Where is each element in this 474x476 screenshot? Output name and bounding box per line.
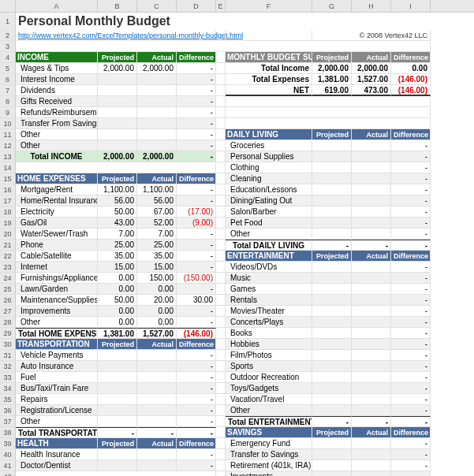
row-num-24[interactable]: 24 [0,273,16,284]
row-num-41[interactable]: 41 [0,460,16,471]
row-num-1[interactable]: 1 [0,13,16,30]
line-item[interactable]: Wages & Tips [16,63,98,74]
line-item[interactable]: Clothing [226,162,312,173]
line-item[interactable]: Improvements [16,306,98,317]
row-num-31[interactable]: 31 [0,350,16,361]
line-item[interactable]: Health Insurance [16,449,98,460]
row-num-16[interactable]: 16 [0,184,16,195]
line-item[interactable]: Doctor/Dentist [16,460,98,471]
row-num-32[interactable]: 32 [0,361,16,372]
row-num-39[interactable]: 39 [0,438,16,449]
row-num-33[interactable]: 33 [0,372,16,383]
line-item[interactable]: Gifts Received [16,96,98,107]
col-f[interactable]: F [226,0,312,12]
line-item[interactable]: Dining/Eating Out [226,195,312,206]
line-item[interactable]: Film/Photos [226,350,312,361]
col-e[interactable]: E [216,0,226,12]
page-title[interactable]: Personal Monthly Budget [16,13,170,30]
line-item[interactable]: Investments [226,471,312,476]
line-item[interactable]: Water/Sewer/Trash [16,229,98,240]
row-num-26[interactable]: 26 [0,295,16,306]
line-item[interactable]: Gas/Oil [16,218,98,229]
line-item[interactable]: Furnishings/Appliances [16,273,98,284]
line-item[interactable]: Rentals [226,295,312,306]
row-num-14[interactable]: 14 [0,162,16,173]
row-num-20[interactable]: 20 [0,229,16,240]
col-d[interactable]: D [177,0,216,12]
line-item[interactable]: Retirement (401k, IRA) [226,460,312,471]
source-link[interactable]: http://www.vertex42.com/ExcelTemplates/p… [16,30,216,41]
col-g[interactable]: G [312,0,352,12]
line-item[interactable]: Vehicle Payments [16,350,98,361]
row-num-5[interactable]: 5 [0,63,16,74]
row-num-9[interactable]: 9 [0,107,16,118]
row-num-27[interactable]: 27 [0,306,16,317]
line-item[interactable]: Games [226,284,312,295]
row-num-23[interactable]: 23 [0,262,16,273]
row-num-36[interactable]: 36 [0,405,16,416]
col-a[interactable]: A [16,0,98,12]
row-num-18[interactable]: 18 [0,206,16,218]
row-num-12[interactable]: 12 [0,140,16,151]
line-item[interactable]: Cleaning [226,173,312,184]
row-num-17[interactable]: 17 [0,195,16,206]
row-num-25[interactable]: 25 [0,284,16,295]
line-item[interactable]: Electricity [16,206,98,218]
line-item[interactable]: Cable/Satellite [16,251,98,262]
row-num-19[interactable]: 19 [0,218,16,229]
line-item[interactable]: Mortgage/Rent [16,184,98,195]
row-num-8[interactable]: 8 [0,96,16,107]
line-item[interactable]: Transfer From Savings [16,118,98,129]
row-num-29[interactable]: 29 [0,328,16,339]
line-item[interactable]: Sports [226,361,312,372]
row-num-22[interactable]: 22 [0,251,16,262]
line-item[interactable]: Concerts/Plays [226,317,312,328]
line-item[interactable]: Other [16,140,98,151]
row-num-15[interactable]: 15 [0,173,16,184]
row-num-7[interactable]: 7 [0,85,16,96]
line-item[interactable]: Lawn/Garden [16,284,98,295]
row-num-30[interactable]: 30 [0,339,16,350]
line-item[interactable]: Other [226,229,312,240]
line-item[interactable]: Auto Insurance [16,361,98,372]
line-item[interactable]: Registration/License [16,405,98,416]
line-item[interactable]: Music [226,273,312,284]
line-item[interactable]: Books [226,328,312,339]
line-item[interactable]: Emergency Fund [226,438,312,449]
line-item[interactable]: Outdoor Recreation [226,372,312,383]
line-item[interactable]: Bus/Taxi/Train Fare [16,383,98,394]
row-num-4[interactable]: 4 [0,52,16,63]
line-item[interactable]: Internet [16,262,98,273]
line-item[interactable]: Transfer to Savings [226,449,312,460]
line-item[interactable]: Maintenance/Supplies [16,295,98,306]
row-num-3[interactable]: 3 [0,41,16,52]
row-num-35[interactable]: 35 [0,394,16,405]
line-item[interactable]: Education/Lessons [226,184,312,195]
line-item[interactable]: Other [16,129,98,140]
line-item[interactable]: Vacation/Travel [226,394,312,405]
line-item[interactable]: Hobbies [226,339,312,350]
row-num-2[interactable]: 2 [0,30,16,41]
line-item[interactable]: Videos/DVDs [226,262,312,273]
col-i[interactable]: I [391,0,431,12]
row-num-37[interactable]: 37 [0,416,16,427]
line-item[interactable]: Phone [16,240,98,251]
line-item[interactable]: Repairs [16,394,98,405]
line-item[interactable]: Other [16,317,98,328]
row-num-40[interactable]: 40 [0,449,16,460]
row-num-42[interactable]: 42 [0,471,16,476]
col-c[interactable]: C [137,0,177,12]
row-num-6[interactable]: 6 [0,74,16,85]
row-num-21[interactable]: 21 [0,240,16,251]
line-item[interactable]: Salon/Barber [226,206,312,218]
row-num-13[interactable]: 13 [0,151,16,162]
line-item[interactable]: Personal Supplies [226,151,312,162]
row-num-28[interactable]: 28 [0,317,16,328]
line-item[interactable]: Interest Income [16,74,98,85]
col-b[interactable]: B [98,0,137,12]
line-item[interactable]: Toys/Gadgets [226,383,312,394]
line-item[interactable]: Other [226,405,312,416]
line-item[interactable]: Pet Food [226,218,312,229]
line-item[interactable]: Groceries [226,140,312,151]
line-item[interactable]: Fuel [16,372,98,383]
